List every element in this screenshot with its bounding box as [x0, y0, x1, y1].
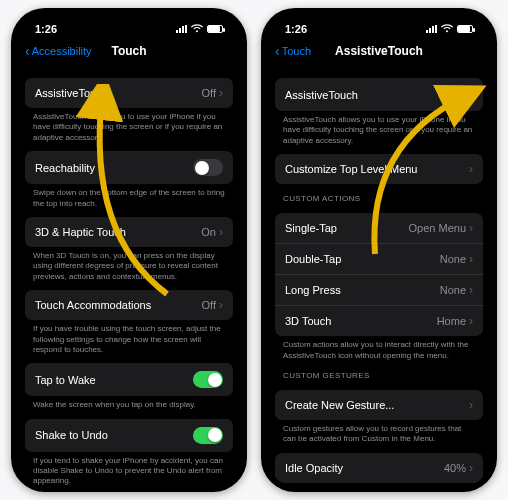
signal-icon	[426, 25, 437, 33]
chevron-right-icon: ›	[469, 398, 473, 412]
content[interactable]: AssistiveTouch AssistiveTouch allows you…	[267, 64, 491, 486]
row-value: 40%	[444, 462, 466, 474]
row-single-tap[interactable]: Single-Tap Open Menu›	[275, 213, 483, 243]
row-3d-haptic[interactable]: 3D & Haptic Touch On›	[25, 217, 233, 247]
chevron-right-icon: ›	[219, 298, 223, 312]
row-long-press[interactable]: Long Press None›	[275, 274, 483, 305]
row-label: Idle Opacity	[285, 462, 343, 474]
screen-right: 1:26 ‹ Touch AssistiveTouch AssistiveTou…	[267, 14, 491, 486]
row-double-tap[interactable]: Double-Tap None›	[275, 243, 483, 274]
footnote-actions: Custom actions allow you to interact dir…	[275, 336, 483, 361]
phone-right: 1:26 ‹ Touch AssistiveTouch AssistiveTou…	[261, 8, 497, 492]
footnote-haptic: When 3D Touch is on, you can press on th…	[25, 247, 233, 282]
row-touch-accommodations[interactable]: Touch Accommodations Off›	[25, 290, 233, 320]
screen-left: 1:26 ‹ Accessibility Touch AssistiveTouc…	[17, 14, 241, 486]
toggle-assistive-touch[interactable]	[443, 86, 473, 103]
back-button[interactable]: ‹ Touch	[275, 44, 311, 58]
phone-left: 1:26 ‹ Accessibility Touch AssistiveTouc…	[11, 8, 247, 492]
page-title: AssistiveTouch	[335, 44, 423, 58]
row-value: None	[440, 253, 466, 265]
chevron-right-icon: ›	[469, 221, 473, 235]
footnote-accom: If you have trouble using the touch scre…	[25, 320, 233, 355]
back-label: Accessibility	[32, 45, 92, 57]
notch	[86, 14, 172, 30]
row-label: Shake to Undo	[35, 429, 108, 441]
row-create-gesture[interactable]: Create New Gesture... ›	[275, 390, 483, 420]
status-time: 1:26	[35, 23, 57, 35]
nav-bar: ‹ Touch AssistiveTouch	[267, 38, 491, 64]
status-icons	[176, 24, 223, 35]
chevron-right-icon: ›	[469, 252, 473, 266]
chevron-left-icon: ‹	[275, 44, 280, 58]
section-header-actions: CUSTOM ACTIONS	[275, 184, 483, 205]
battery-icon	[207, 25, 223, 33]
row-reachability[interactable]: Reachability	[25, 151, 233, 184]
row-label: Single-Tap	[285, 222, 337, 234]
footnote-gestures: Custom gestures allow you to record gest…	[275, 420, 483, 445]
row-assistive-touch[interactable]: AssistiveTouch Off›	[25, 78, 233, 108]
row-label: 3D Touch	[285, 315, 331, 327]
row-label: Customize Top Level Menu	[285, 163, 417, 175]
notch	[336, 14, 422, 30]
row-value: Home	[437, 315, 466, 327]
row-label: Create New Gesture...	[285, 399, 394, 411]
section-header-gestures: CUSTOM GESTURES	[275, 361, 483, 382]
footnote-assistive: AssistiveTouch allows you to use your iP…	[275, 111, 483, 146]
chevron-right-icon: ›	[219, 225, 223, 239]
row-label: Long Press	[285, 284, 341, 296]
row-value: Off	[202, 299, 216, 311]
footnote-tap: Wake the screen when you tap on the disp…	[25, 396, 233, 410]
signal-icon	[176, 25, 187, 33]
chevron-right-icon: ›	[469, 461, 473, 475]
row-value: Open Menu	[409, 222, 466, 234]
content[interactable]: AssistiveTouch Off› AssistiveTouch allow…	[17, 64, 241, 486]
chevron-left-icon: ‹	[25, 44, 30, 58]
row-value: On	[201, 226, 216, 238]
group-custom-actions: Single-Tap Open Menu› Double-Tap None› L…	[275, 213, 483, 336]
row-label: Double-Tap	[285, 253, 341, 265]
row-customize-top-level[interactable]: Customize Top Level Menu ›	[275, 154, 483, 184]
row-value: None	[440, 284, 466, 296]
row-value: Off	[202, 87, 216, 99]
status-icons	[426, 24, 473, 35]
chevron-right-icon: ›	[469, 283, 473, 297]
row-label: Reachability	[35, 162, 95, 174]
chevron-right-icon: ›	[469, 162, 473, 176]
row-label: AssistiveTouch	[35, 87, 108, 99]
nav-bar: ‹ Accessibility Touch	[17, 38, 241, 64]
row-label: 3D & Haptic Touch	[35, 226, 126, 238]
toggle-reachability[interactable]	[193, 159, 223, 176]
row-idle-opacity[interactable]: Idle Opacity 40%›	[275, 453, 483, 483]
footnote-reach: Swipe down on the bottom edge of the scr…	[25, 184, 233, 209]
row-3d-touch[interactable]: 3D Touch Home›	[275, 305, 483, 336]
row-assistive-touch-toggle[interactable]: AssistiveTouch	[275, 78, 483, 111]
back-label: Touch	[282, 45, 311, 57]
status-time: 1:26	[285, 23, 307, 35]
toggle-tap-to-wake[interactable]	[193, 371, 223, 388]
battery-icon	[457, 25, 473, 33]
row-tap-to-wake[interactable]: Tap to Wake	[25, 363, 233, 396]
toggle-shake-to-undo[interactable]	[193, 427, 223, 444]
wifi-icon	[191, 24, 203, 35]
chevron-right-icon: ›	[469, 314, 473, 328]
row-label: AssistiveTouch	[285, 89, 358, 101]
page-title: Touch	[111, 44, 146, 58]
row-shake-to-undo[interactable]: Shake to Undo	[25, 419, 233, 452]
back-button[interactable]: ‹ Accessibility	[25, 44, 92, 58]
row-label: Touch Accommodations	[35, 299, 151, 311]
chevron-right-icon: ›	[219, 86, 223, 100]
row-label: Tap to Wake	[35, 374, 96, 386]
footnote-shake: If you tend to shake your iPhone by acci…	[25, 452, 233, 486]
footnote-assistive: AssistiveTouch allows you to use your iP…	[25, 108, 233, 143]
wifi-icon	[441, 24, 453, 35]
